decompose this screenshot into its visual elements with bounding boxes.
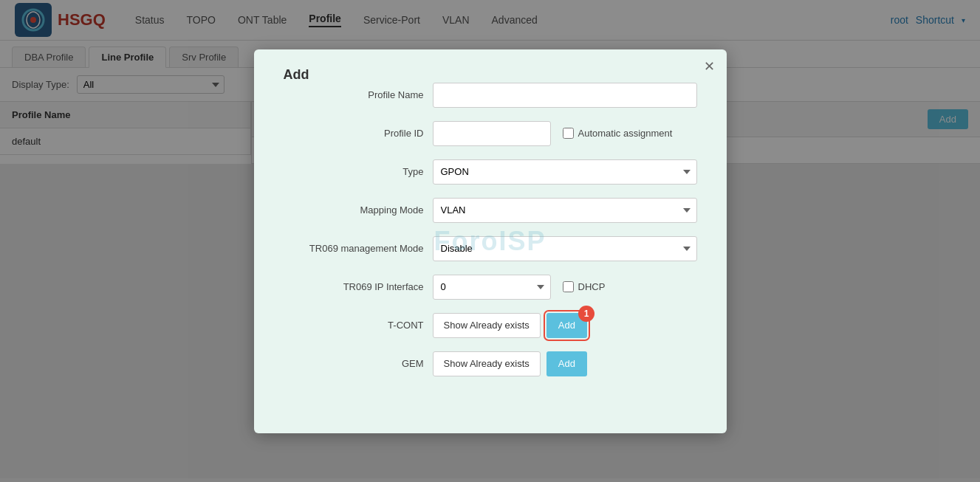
type-label: Type: [284, 166, 424, 177]
tcont-label: T-CONT: [284, 320, 424, 331]
gem-label: GEM: [284, 358, 424, 369]
modal-overlay: ForoISP Add ✕ Profile Name Profile ID Au…: [0, 0, 980, 478]
gem-row: GEM Show Already exists Add: [284, 351, 697, 376]
tr069-management-row: TR069 management Mode Disable Enable: [284, 236, 697, 261]
profile-id-label: Profile ID: [284, 128, 424, 139]
tr069-ip-select[interactable]: 0: [433, 275, 551, 300]
automatic-assignment-checkbox[interactable]: [563, 128, 574, 139]
tcont-show-button[interactable]: Show Already exists: [433, 313, 541, 338]
mapping-mode-label: Mapping Mode: [284, 204, 424, 216]
tr069-management-select[interactable]: Disable Enable: [433, 236, 697, 261]
profile-name-row: Profile Name: [284, 83, 697, 108]
tr069-ip-with-checkbox: 0 DHCP: [433, 275, 606, 300]
tcont-controls: Show Already exists Add 1: [433, 313, 587, 338]
automatic-assignment-label: Automatic assignment: [563, 128, 673, 139]
tr069-ip-row: TR069 IP Interface 0 DHCP: [284, 275, 697, 300]
tcont-add-button[interactable]: Add 1: [546, 313, 587, 338]
dhcp-text: DHCP: [578, 281, 606, 292]
dhcp-checkbox[interactable]: [563, 281, 574, 292]
profile-id-with-checkbox: Automatic assignment: [433, 121, 673, 146]
add-modal: ForoISP Add ✕ Profile Name Profile ID Au…: [254, 49, 727, 433]
profile-name-label: Profile Name: [284, 89, 424, 100]
gem-show-button[interactable]: Show Already exists: [433, 351, 541, 376]
tcont-row: T-CONT Show Already exists Add 1: [284, 313, 697, 338]
tr069-ip-label: TR069 IP Interface: [284, 281, 424, 292]
profile-name-input[interactable]: [433, 83, 697, 108]
modal-title: Add: [284, 67, 309, 82]
dhcp-label: DHCP: [563, 281, 606, 292]
mapping-mode-select[interactable]: VLAN GEM: [433, 198, 697, 223]
tr069-management-label: TR069 management Mode: [284, 243, 424, 254]
type-select[interactable]: GPON EPON: [433, 159, 697, 185]
gem-add-button[interactable]: Add: [546, 351, 587, 376]
tcont-badge: 1: [578, 306, 594, 322]
modal-close-button[interactable]: ✕: [704, 60, 715, 73]
automatic-assignment-text: Automatic assignment: [578, 128, 673, 139]
mapping-mode-row: Mapping Mode VLAN GEM: [284, 198, 697, 223]
profile-id-input[interactable]: [433, 121, 551, 146]
profile-id-row: Profile ID Automatic assignment: [284, 121, 697, 146]
type-row: Type GPON EPON: [284, 159, 697, 185]
gem-controls: Show Already exists Add: [433, 351, 587, 376]
